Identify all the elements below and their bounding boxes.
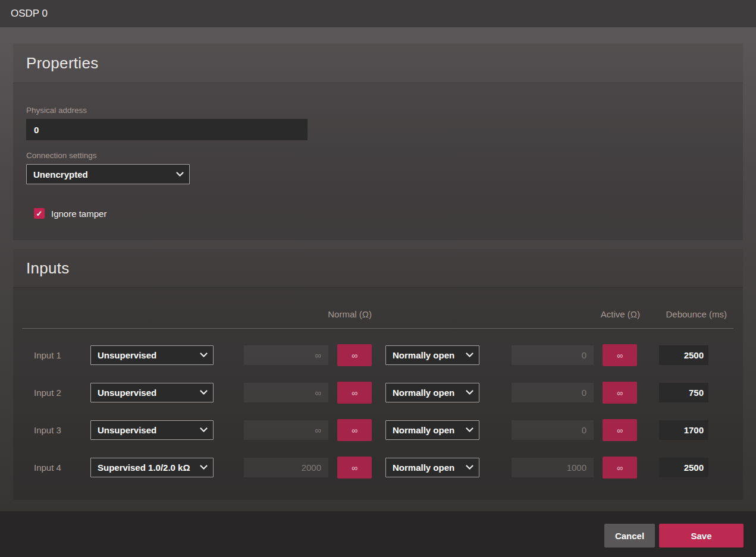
debounce-input[interactable]: [659, 420, 708, 440]
active-resistance-field: [512, 383, 594, 402]
contact-type-select[interactable]: Normally open: [385, 383, 479, 402]
active-infinity-button[interactable]: ∞: [603, 457, 637, 479]
inputs-title: Inputs: [26, 259, 70, 278]
active-resistance-field: [512, 345, 594, 365]
connection-settings-select[interactable]: Unencrypted: [26, 164, 190, 184]
save-button[interactable]: Save: [659, 524, 744, 547]
input-row-1: Input 1 Unsupervised ∞ Normally open: [22, 344, 733, 366]
contact-type-value: Normally open: [393, 350, 454, 360]
normal-resistance-field: [244, 458, 328, 477]
normal-infinity-button[interactable]: ∞: [337, 344, 372, 366]
table-header-row: Normal (Ω) Active (Ω) Debounce (ms): [22, 288, 733, 319]
supervision-value: Unsupervised: [98, 425, 156, 435]
properties-section: Properties Physical address Connection s…: [13, 43, 743, 240]
infinity-icon: ∞: [617, 351, 623, 360]
normal-resistance-field: [244, 420, 328, 440]
infinity-icon: ∞: [352, 464, 357, 472]
supervision-value: Supervised 1.0/2.0 kΩ: [98, 462, 190, 473]
footer-bar: Cancel Save: [0, 511, 756, 557]
chevron-down-icon: [466, 353, 473, 358]
physical-address-label: Physical address: [26, 106, 730, 115]
connection-settings-value: Unencrypted: [33, 169, 88, 180]
osdp-dialog: OSDP 0 Properties Physical address Conne…: [0, 0, 756, 557]
normal-resistance-field: [244, 383, 328, 402]
dialog-titlebar: OSDP 0: [0, 0, 756, 27]
supervision-value: Unsupervised: [98, 350, 156, 360]
normal-infinity-button[interactable]: ∞: [337, 457, 372, 479]
debounce-input[interactable]: [659, 383, 708, 402]
chevron-down-icon: [176, 172, 184, 177]
supervision-select[interactable]: Supervised 1.0/2.0 kΩ: [90, 458, 214, 477]
connection-settings-label: Connection settings: [26, 151, 730, 160]
active-infinity-button[interactable]: ∞: [603, 382, 637, 404]
supervision-select[interactable]: Unsupervised: [90, 345, 214, 365]
ignore-tamper-row: ✓ Ignore tamper: [26, 208, 730, 219]
properties-body: Physical address Connection settings Une…: [13, 83, 743, 240]
contact-type-value: Normally open: [393, 388, 454, 398]
supervision-select[interactable]: Unsupervised: [90, 420, 214, 440]
input-row-label: Input 1: [22, 350, 90, 360]
inputs-header: Inputs: [13, 249, 743, 288]
active-resistance-field: [512, 458, 594, 477]
active-infinity-button[interactable]: ∞: [603, 344, 637, 366]
check-icon: ✓: [36, 209, 43, 218]
contact-type-select[interactable]: Normally open: [385, 345, 479, 365]
table-divider: [22, 328, 733, 329]
infinity-icon: ∞: [352, 389, 357, 397]
inputs-table: Normal (Ω) Active (Ω) Debounce (ms) Inpu…: [22, 288, 733, 479]
dialog-title: OSDP 0: [11, 8, 48, 20]
supervision-select[interactable]: Unsupervised: [90, 383, 214, 402]
infinity-icon: ∞: [352, 426, 357, 435]
inputs-body: Normal (Ω) Active (Ω) Debounce (ms) Inpu…: [13, 288, 743, 500]
column-header-normal: Normal (Ω): [22, 309, 372, 319]
infinity-icon: ∞: [617, 389, 623, 397]
input-row-label: Input 4: [22, 462, 90, 473]
chevron-down-icon: [200, 353, 208, 358]
normal-infinity-button[interactable]: ∞: [337, 382, 372, 404]
infinity-icon: ∞: [352, 351, 357, 360]
inputs-section: Inputs Normal (Ω) Active (Ω) Debounce (m…: [13, 249, 743, 500]
chevron-down-icon: [466, 465, 473, 470]
chevron-down-icon: [200, 427, 208, 433]
contact-type-select[interactable]: Normally open: [385, 458, 479, 477]
input-row-2: Input 2 Unsupervised ∞ Normally open: [22, 382, 733, 404]
input-row-3: Input 3 Unsupervised ∞ Normally open: [22, 419, 733, 441]
debounce-input[interactable]: [659, 345, 708, 365]
input-row-4: Input 4 Supervised 1.0/2.0 kΩ ∞ Normally…: [22, 457, 733, 479]
chevron-down-icon: [466, 427, 473, 433]
ignore-tamper-checkbox[interactable]: ✓: [34, 208, 45, 219]
contact-type-select[interactable]: Normally open: [385, 420, 479, 440]
infinity-icon: ∞: [617, 426, 623, 435]
supervision-value: Unsupervised: [98, 388, 156, 398]
infinity-icon: ∞: [617, 464, 623, 472]
ignore-tamper-label: Ignore tamper: [51, 209, 106, 219]
normal-infinity-button[interactable]: ∞: [337, 419, 372, 441]
column-header-active: Active (Ω): [372, 309, 640, 319]
active-infinity-button[interactable]: ∞: [603, 419, 637, 441]
contact-type-value: Normally open: [393, 462, 454, 473]
physical-address-input[interactable]: [26, 119, 308, 140]
input-row-label: Input 2: [22, 388, 90, 398]
contact-type-value: Normally open: [393, 425, 454, 435]
properties-header: Properties: [13, 43, 743, 83]
input-row-label: Input 3: [22, 425, 90, 435]
normal-resistance-field: [244, 345, 328, 365]
column-header-debounce: Debounce (ms): [640, 309, 727, 319]
properties-title: Properties: [26, 54, 99, 73]
cancel-button[interactable]: Cancel: [604, 524, 655, 547]
chevron-down-icon: [466, 390, 473, 395]
debounce-input[interactable]: [659, 458, 708, 477]
chevron-down-icon: [200, 390, 208, 395]
dialog-content: Properties Physical address Connection s…: [0, 27, 756, 511]
chevron-down-icon: [200, 465, 208, 470]
active-resistance-field: [512, 420, 594, 440]
